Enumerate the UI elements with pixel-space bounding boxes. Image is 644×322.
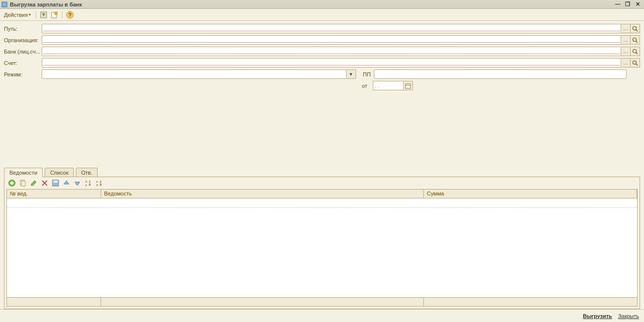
svg-line-7	[636, 30, 638, 31]
svg-point-10	[633, 49, 637, 53]
pp-input[interactable]	[374, 69, 627, 79]
down-icon[interactable]	[73, 179, 82, 188]
copy-icon[interactable]	[18, 179, 27, 188]
svg-text:A: A	[96, 184, 98, 187]
path-label: Путь:	[4, 26, 42, 32]
date-input[interactable]: . .	[373, 81, 404, 90]
path-browse-button[interactable]: …	[621, 24, 631, 33]
close-button[interactable]: ✕	[634, 1, 641, 7]
tab-vedomosti[interactable]: Ведомости	[4, 168, 43, 177]
tab-body: Aя яA № вед. Ведомость Сумма	[4, 177, 640, 310]
tab-spisok[interactable]: Список	[45, 168, 74, 177]
col-sum[interactable]: Сумма	[424, 190, 637, 198]
grid-header: № вед. Ведомость Сумма	[7, 190, 637, 198]
svg-text:A: A	[85, 180, 87, 183]
main-toolbar: Действия ?	[0, 9, 644, 21]
toolbar-separator	[36, 11, 36, 19]
svg-rect-14	[406, 84, 410, 88]
svg-text:?: ?	[68, 12, 72, 18]
svg-point-8	[633, 38, 637, 41]
grid-body[interactable]	[7, 198, 637, 298]
tabs-strip: Ведомости Список Отв.	[4, 167, 640, 177]
toolbar-icon-1[interactable]	[39, 10, 48, 19]
sort-asc-icon[interactable]: Aя	[84, 179, 93, 188]
titlebar: Выгрузка зарплаты в банк — ❐ ✕	[0, 0, 644, 9]
export-button[interactable]: Выгрузить	[583, 313, 612, 319]
bank-search-button[interactable]	[631, 47, 640, 56]
bank-browse-button[interactable]: …	[621, 47, 631, 56]
pp-label: ПП	[363, 71, 374, 77]
svg-text:я: я	[85, 184, 87, 187]
mode-label: Режим:	[4, 71, 42, 77]
account-label: Счет:	[4, 60, 42, 66]
org-browse-button[interactable]: …	[621, 35, 631, 45]
toolbar-icon-2[interactable]	[50, 10, 59, 19]
svg-rect-0	[2, 2, 7, 7]
org-input[interactable]	[42, 35, 621, 45]
delete-icon[interactable]	[40, 179, 49, 188]
org-label: Организация:	[4, 37, 42, 43]
svg-text:я: я	[96, 180, 98, 183]
toolbar-separator	[62, 11, 62, 19]
account-input[interactable]	[42, 58, 621, 67]
actions-menu[interactable]: Действия	[2, 11, 33, 19]
svg-line-11	[636, 53, 638, 54]
date-placeholder: . .	[375, 83, 379, 89]
path-input[interactable]	[42, 24, 621, 33]
col-vedomost[interactable]: Ведомость	[101, 190, 424, 198]
date-picker-button[interactable]	[404, 81, 413, 90]
window-title: Выгрузка зарплаты в банк	[10, 1, 614, 7]
grid-toolbar: Aя яA	[4, 177, 640, 189]
edit-icon[interactable]	[29, 179, 38, 188]
grid-footer	[7, 297, 637, 306]
svg-rect-22	[21, 181, 25, 186]
org-search-button[interactable]	[631, 35, 640, 45]
from-label: от	[362, 83, 373, 89]
svg-point-12	[633, 61, 637, 64]
tabs-area: Ведомости Список Отв.	[4, 167, 640, 310]
maximize-button[interactable]: ❐	[624, 1, 631, 7]
svg-rect-26	[54, 181, 58, 183]
mode-select[interactable]	[42, 69, 347, 79]
sort-desc-icon[interactable]: яA	[95, 179, 104, 188]
svg-point-6	[633, 26, 637, 30]
svg-point-3	[55, 12, 58, 15]
svg-line-13	[636, 64, 638, 65]
minimize-button[interactable]: —	[614, 1, 621, 7]
col-number[interactable]: № вед.	[7, 190, 101, 198]
bank-input[interactable]	[42, 47, 621, 56]
save-icon[interactable]	[51, 179, 60, 188]
add-icon[interactable]	[7, 179, 16, 188]
account-search-button[interactable]	[631, 58, 640, 67]
svg-line-9	[636, 41, 638, 43]
bank-label: Банк (лиц.сч...	[4, 49, 42, 55]
bottom-bar: Выгрузить Закрыть	[0, 309, 644, 322]
mode-dropdown-button[interactable]: ▾	[347, 69, 356, 79]
up-icon[interactable]	[62, 179, 71, 188]
account-browse-button[interactable]: …	[621, 58, 631, 67]
close-link[interactable]: Закрыть	[618, 313, 639, 319]
help-icon[interactable]: ?	[65, 10, 74, 19]
tab-otv[interactable]: Отв.	[76, 168, 98, 177]
grid: № вед. Ведомость Сумма	[6, 189, 638, 307]
path-search-button[interactable]	[631, 24, 640, 33]
app-icon	[1, 1, 8, 8]
